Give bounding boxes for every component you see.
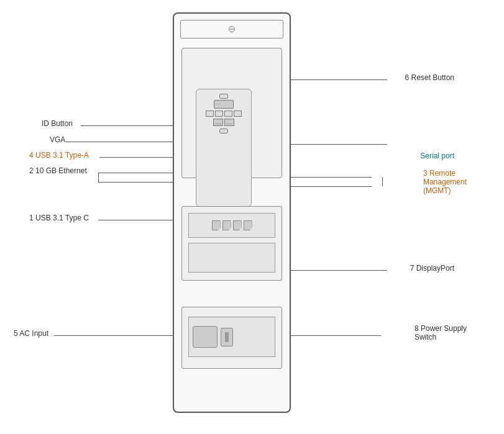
- vga-line: [66, 142, 173, 142]
- ethernet-label: 2 10 GB Ethernet: [29, 166, 87, 175]
- eth-port-1: [213, 119, 223, 126]
- usb-type-c-label: 1 USB 3.1 Type C: [29, 214, 89, 222]
- dp-port-1: [212, 220, 221, 230]
- ac-input-line: [54, 335, 173, 336]
- id-button-port: [219, 94, 228, 99]
- dp-card-bottom: [188, 243, 275, 273]
- serial-port-label: Serial port: [420, 151, 454, 160]
- vga-port: [214, 100, 234, 109]
- id-button-label: ID Button: [42, 119, 73, 128]
- usb-a-port-2: [215, 111, 223, 117]
- serial-port-line: [291, 144, 387, 145]
- usb-c-port: [219, 129, 228, 133]
- eth-bracket: [98, 173, 99, 182]
- vga-label: VGA: [50, 135, 65, 144]
- server-chassis: [173, 12, 291, 413]
- usb-a-port-4: [234, 111, 242, 117]
- io-ports-box: [196, 89, 252, 207]
- io-panel: [181, 48, 282, 178]
- id-button-line: [81, 125, 173, 126]
- usb-type-a-group: [199, 111, 249, 117]
- dp-port-3: [233, 220, 242, 230]
- power-switch: [221, 328, 233, 346]
- screw: [229, 26, 235, 32]
- ac-input-label: 5 AC Input: [14, 329, 48, 338]
- dp-port-2: [222, 220, 231, 230]
- remote-mgmt-line-2: [291, 186, 372, 187]
- dp-card-top: [188, 213, 275, 238]
- displayport-area: [181, 206, 282, 281]
- eth-line-1: [98, 173, 173, 173]
- remote-mgmt-bracket: [382, 177, 383, 186]
- power-supply-label: 8 Power SupplySwitch: [415, 324, 467, 341]
- dp-port-4: [244, 220, 252, 230]
- usb-a-port-1: [206, 111, 214, 117]
- ethernet-group: [199, 119, 249, 126]
- psu-area: [181, 307, 282, 369]
- top-panel: [180, 20, 283, 38]
- remote-mgmt-line: [291, 177, 372, 178]
- usb-type-c-line: [98, 220, 173, 220]
- diagram-container: ID Button VGA 4 USB 3.1 Type-A 2 10 GB E…: [0, 0, 504, 434]
- reset-button-label: 6 Reset Button: [405, 73, 454, 82]
- power-supply-line: [291, 335, 381, 336]
- ac-inlet: [193, 326, 218, 348]
- eth-line-2: [98, 182, 173, 183]
- eth-port-2: [224, 119, 234, 126]
- usb-type-a-label: 4 USB 3.1 Type-A: [29, 151, 89, 160]
- displayport-label: 7 DisplayPort: [410, 264, 454, 273]
- remote-mgmt-label: 3 RemoteManagement(MGMT): [423, 169, 467, 195]
- psu-inner: [188, 317, 275, 357]
- displayport-line: [291, 270, 387, 271]
- usb-a-port-3: [224, 111, 232, 117]
- reset-button-line: [291, 79, 387, 80]
- usb-type-a-line: [99, 157, 173, 158]
